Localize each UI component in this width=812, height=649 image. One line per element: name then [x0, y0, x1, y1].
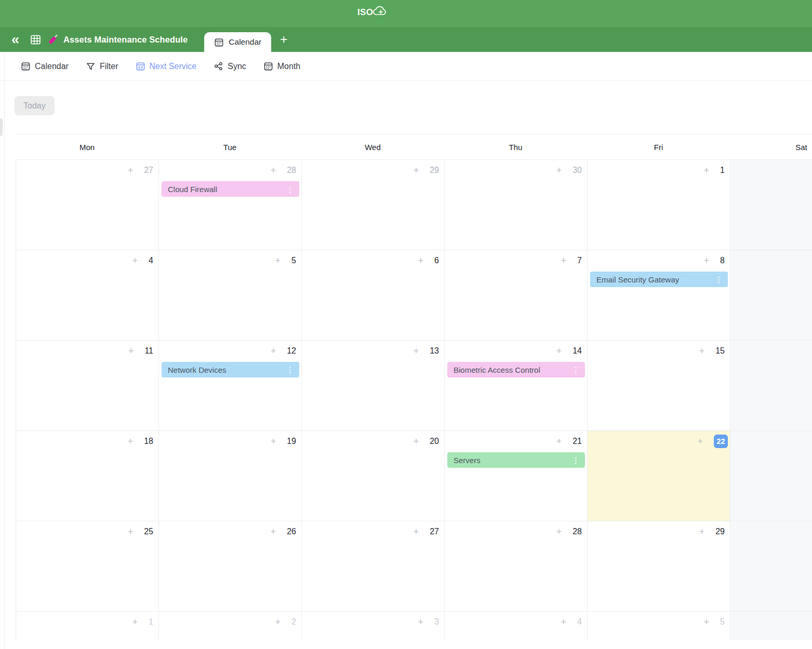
- calendar-day-cell[interactable]: +28Cloud Firewall⋮: [159, 159, 302, 250]
- add-view-button[interactable]: +: [280, 33, 287, 46]
- add-record-icon[interactable]: +: [556, 346, 562, 356]
- add-record-icon[interactable]: +: [271, 166, 276, 175]
- calendar-day-cell[interactable]: +5: [588, 611, 730, 640]
- iso-cloud-logo: ISO: [357, 7, 388, 18]
- calendar-day-cell[interactable]: +4: [16, 250, 159, 340]
- calendar-day-cell[interactable]: +18: [16, 430, 159, 521]
- event-pill[interactable]: Cloud Firewall⋮: [162, 181, 299, 197]
- event-pill[interactable]: Biometric Access Control⋮: [447, 362, 585, 377]
- calendar-day-cell[interactable]: +11: [16, 340, 159, 430]
- calendar-day-cell[interactable]: [730, 430, 812, 521]
- calendar-day-cell[interactable]: +21Servers⋮: [445, 430, 588, 521]
- add-record-icon[interactable]: +: [418, 256, 424, 265]
- calendar-day-cell[interactable]: [730, 340, 812, 430]
- calendar-day-cell[interactable]: [730, 250, 812, 340]
- add-record-icon[interactable]: +: [271, 437, 276, 446]
- toolbar-month-button[interactable]: Month: [263, 61, 300, 71]
- add-record-icon[interactable]: +: [418, 617, 424, 627]
- add-record-icon[interactable]: +: [128, 437, 134, 446]
- add-record-icon[interactable]: +: [556, 527, 562, 536]
- table-name-label[interactable]: Assets Maintenance Schedule: [63, 35, 188, 45]
- add-record-icon[interactable]: +: [271, 346, 276, 356]
- kebab-menu-icon[interactable]: ⋮: [572, 456, 580, 464]
- expand-sidebar-handle[interactable]: [0, 118, 3, 136]
- add-record-icon[interactable]: +: [132, 256, 138, 265]
- add-record-icon[interactable]: +: [275, 256, 281, 265]
- calendar-day-cell[interactable]: +8Email Security Gateway⋮: [588, 250, 730, 340]
- calendar-day-cell[interactable]: [730, 159, 812, 250]
- calendar-day-cell[interactable]: +27: [16, 159, 159, 250]
- calendar-day-cell[interactable]: +4: [445, 611, 588, 640]
- add-record-icon[interactable]: +: [699, 527, 705, 536]
- add-record-icon[interactable]: +: [704, 166, 710, 175]
- day-number: 5: [291, 256, 296, 265]
- kebab-menu-icon[interactable]: ⋮: [572, 366, 580, 374]
- event-pill[interactable]: Email Security Gateway⋮: [590, 272, 728, 287]
- add-record-icon[interactable]: +: [561, 617, 567, 627]
- add-record-icon[interactable]: +: [128, 166, 134, 175]
- cell-top: +22: [588, 431, 730, 448]
- cell-top: +4: [445, 612, 587, 627]
- weekday-header-fri: Fri: [587, 143, 730, 152]
- calendar-day-cell[interactable]: +29: [302, 159, 445, 250]
- calendar-day-cell[interactable]: +14Biometric Access Control⋮: [445, 340, 588, 430]
- calendar-day-cell[interactable]: +19: [159, 430, 302, 521]
- day-number: 21: [573, 437, 582, 446]
- tab-calendar[interactable]: Calendar: [204, 32, 271, 52]
- calendar-day-cell[interactable]: +29: [588, 521, 730, 611]
- toolbar-filter-button[interactable]: Filter: [86, 61, 118, 71]
- calendar-day-cell[interactable]: +7: [445, 250, 588, 340]
- calendar-day-cell[interactable]: +1: [16, 611, 159, 640]
- calendar-day-cell[interactable]: +1: [588, 159, 730, 250]
- toolbar-next-service-button[interactable]: Next Service: [136, 61, 197, 71]
- day-number: 1: [149, 617, 153, 627]
- calendar-day-cell[interactable]: +27: [302, 521, 445, 611]
- cell-top: +19: [159, 431, 301, 446]
- toolbar-calendar-button[interactable]: Calendar: [21, 61, 69, 71]
- add-record-icon[interactable]: +: [697, 437, 703, 446]
- event-pill[interactable]: Servers⋮: [447, 452, 585, 468]
- add-record-icon[interactable]: +: [414, 437, 419, 446]
- today-button[interactable]: Today: [15, 96, 55, 115]
- calendar-day-cell[interactable]: +6: [302, 250, 445, 340]
- collapse-sidebar-button[interactable]: «: [11, 28, 19, 51]
- calendar-day-cell[interactable]: +22: [588, 430, 730, 521]
- toolbar-sync-button[interactable]: Sync: [214, 61, 246, 71]
- add-record-icon[interactable]: +: [704, 617, 710, 627]
- calendar-day-cell[interactable]: +2: [159, 611, 302, 640]
- calendar-day-cell[interactable]: +26: [159, 521, 302, 611]
- calendar-day-cell[interactable]: +15: [588, 340, 730, 430]
- event-pill[interactable]: Network Devices⋮: [162, 362, 299, 377]
- add-record-icon[interactable]: +: [414, 346, 419, 356]
- add-record-icon[interactable]: +: [699, 346, 705, 356]
- add-record-icon[interactable]: +: [704, 256, 710, 265]
- table-grid-icon[interactable]: [30, 34, 42, 46]
- cell-top: +14: [445, 341, 587, 356]
- add-record-icon[interactable]: +: [561, 256, 567, 265]
- calendar-day-cell[interactable]: +3: [302, 611, 445, 640]
- add-record-icon[interactable]: +: [132, 617, 138, 627]
- calendar-icon: [263, 61, 273, 71]
- add-record-icon[interactable]: +: [414, 527, 419, 536]
- add-record-icon[interactable]: +: [556, 437, 562, 446]
- calendar-day-cell[interactable]: +5: [159, 250, 302, 340]
- add-record-icon[interactable]: +: [275, 617, 281, 627]
- kebab-menu-icon[interactable]: ⋮: [715, 276, 723, 283]
- calendar-day-cell[interactable]: +25: [16, 521, 159, 611]
- calendar-day-cell[interactable]: +28: [445, 521, 588, 611]
- kebab-menu-icon[interactable]: ⋮: [286, 366, 294, 374]
- cell-top: [730, 521, 812, 527]
- calendar-day-cell[interactable]: [730, 521, 812, 611]
- calendar-day-cell[interactable]: +13: [302, 340, 445, 430]
- add-record-icon[interactable]: +: [414, 166, 419, 175]
- cell-top: +28: [159, 160, 301, 175]
- add-record-icon[interactable]: +: [128, 527, 134, 536]
- add-record-icon[interactable]: +: [271, 527, 276, 536]
- add-record-icon[interactable]: +: [556, 166, 562, 175]
- calendar-day-cell[interactable]: +12Network Devices⋮: [159, 340, 302, 430]
- calendar-day-cell[interactable]: [730, 611, 812, 640]
- add-record-icon[interactable]: +: [128, 346, 134, 356]
- calendar-day-cell[interactable]: +30: [445, 159, 588, 250]
- calendar-day-cell[interactable]: +20: [302, 430, 445, 521]
- kebab-menu-icon[interactable]: ⋮: [286, 185, 294, 193]
